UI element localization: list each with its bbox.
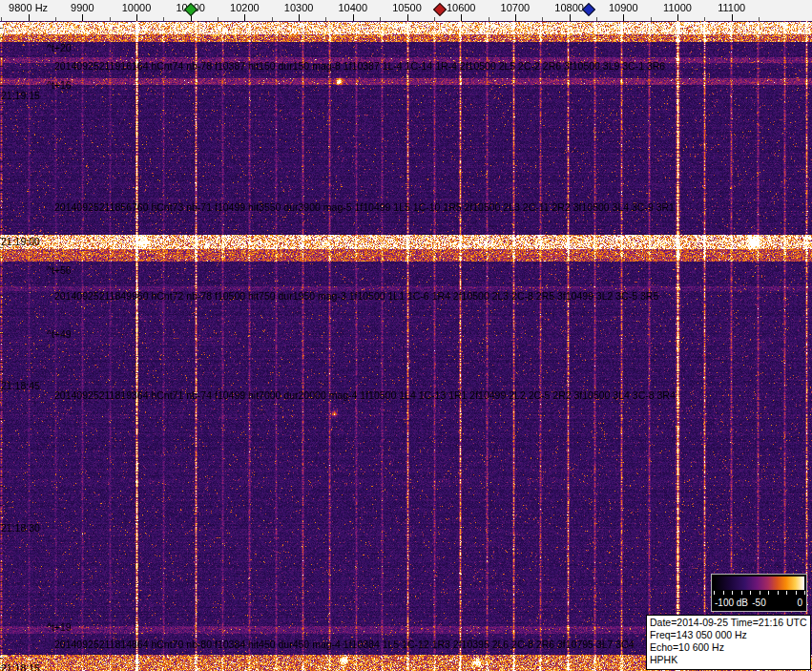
freq-minor-tick-mark [218,17,219,21]
freq-axis-label: 10500 [392,2,422,13]
freq-minor-tick-mark [542,17,543,21]
freq-axis-label: 10900 [609,2,638,13]
freq-axis-label: 11000 [663,2,692,13]
freq-axis-label: 9900 [71,2,94,13]
freq-major-tick-mark [299,14,300,21]
freq-minor-tick-mark [759,17,760,21]
freq-major-tick-mark [623,14,624,21]
marker-diamond-blue[interactable] [582,3,595,16]
freq-minor-tick-mark [272,17,273,21]
freq-minor-tick-mark [596,17,597,21]
freq-minor-tick-mark [380,17,381,21]
freq-minor-tick-mark [651,17,652,21]
spectrogram-waterfall[interactable] [0,21,812,671]
freq-axis-label: 10800 [554,2,584,13]
freq-minor-tick-mark [434,17,435,21]
freq-axis-label: 10600 [447,2,476,13]
freq-minor-tick-mark [704,17,705,21]
freq-axis-label: 10700 [501,2,531,13]
freq-axis-label: 10000 [122,2,152,13]
freq-axis-label: 10300 [284,2,314,13]
freq-minor-tick-mark [325,17,326,21]
freq-major-tick-mark [677,14,678,21]
freq-minor-tick-mark [163,17,164,21]
freq-axis-label: 9800 Hz [9,2,48,13]
marker-diamond-red[interactable] [433,3,447,16]
freq-minor-tick-mark [1,17,2,21]
freq-major-tick-mark [407,14,408,21]
freq-minor-tick-mark [110,17,111,21]
freq-major-tick-mark [136,14,137,21]
meteor-observation-app: 9800 Hz990010000101001020010300104001050… [0,0,812,671]
freq-major-tick-mark [732,14,733,21]
frequency-axis: 9800 Hz990010000101001020010300104001050… [0,0,812,21]
freq-major-tick-mark [82,14,83,21]
freq-axis-label: 10400 [339,2,368,13]
freq-major-tick-mark [244,14,245,21]
freq-minor-tick-mark [489,17,489,21]
freq-major-tick-mark [353,14,354,21]
freq-axis-label: 11100 [718,2,745,13]
freq-major-tick-mark [515,14,516,21]
freq-major-tick-mark [29,14,30,21]
freq-axis-label: 10200 [230,2,260,13]
freq-major-tick-mark [570,14,571,21]
freq-major-tick-mark [461,14,462,21]
freq-minor-tick-mark [55,17,56,21]
